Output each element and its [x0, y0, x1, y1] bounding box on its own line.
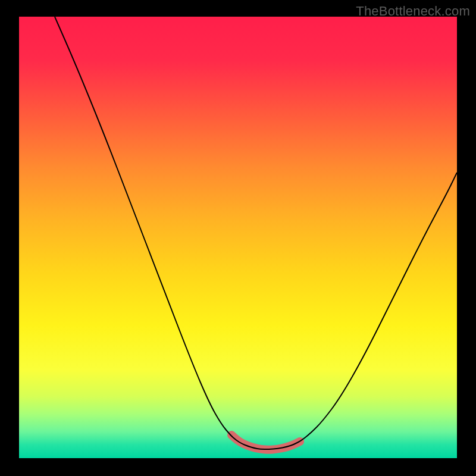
main-curve-path: [55, 17, 457, 449]
chart-frame: TheBottleneck.com: [0, 0, 476, 476]
watermark-text: TheBottleneck.com: [356, 4, 470, 19]
plot-area: [19, 17, 457, 458]
curve-svg: [19, 17, 457, 458]
highlight-band-path: [231, 435, 300, 450]
